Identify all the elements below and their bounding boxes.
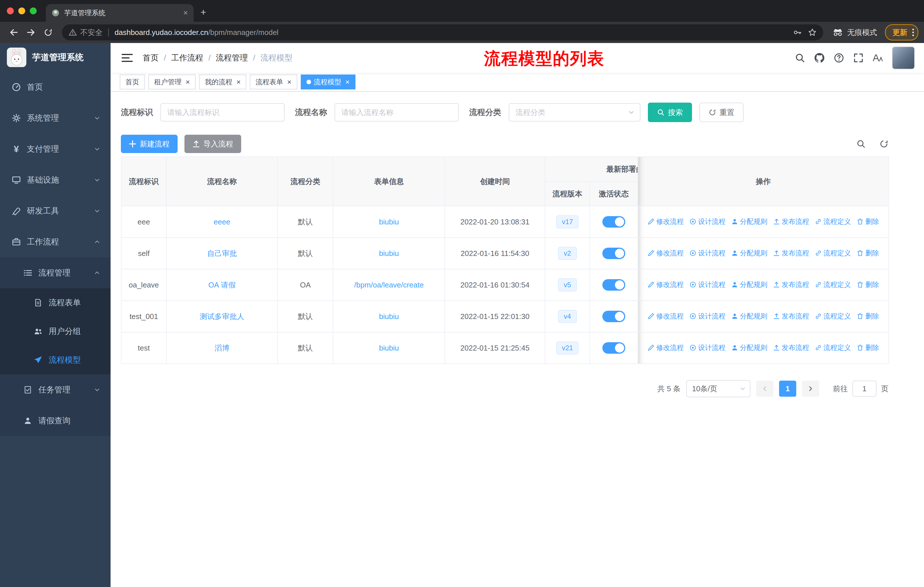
action-definition-link[interactable]: 流程定义 — [815, 280, 851, 289]
toggle-search-icon[interactable] — [856, 139, 866, 149]
action-design-link[interactable]: 设计流程 — [690, 248, 726, 258]
goto-page-input[interactable] — [852, 380, 876, 397]
action-publish-link[interactable]: 发布流程 — [773, 280, 809, 289]
fullscreen-button[interactable] — [853, 53, 864, 63]
action-assign-rule-link[interactable]: 分配规则 — [731, 312, 767, 321]
hamburger-icon[interactable] — [121, 51, 134, 64]
github-button[interactable] — [814, 53, 825, 63]
tag-tenant-management[interactable]: 租户管理× — [148, 74, 196, 89]
active-toggle[interactable] — [602, 248, 625, 259]
browser-tab[interactable]: 芋道管理系统 × — [46, 4, 194, 22]
font-size-button[interactable] — [873, 53, 883, 63]
active-toggle[interactable] — [602, 311, 625, 322]
action-design-link[interactable]: 设计流程 — [690, 343, 726, 352]
model-name-input[interactable] — [335, 103, 459, 122]
form-info-link[interactable]: biubiu — [379, 344, 399, 352]
minimize-window-button[interactable] — [18, 7, 25, 14]
update-browser-button[interactable]: 更新 — [885, 24, 918, 40]
reset-button[interactable]: 重置 — [700, 103, 744, 122]
action-definition-link[interactable]: 流程定义 — [815, 248, 851, 258]
help-button[interactable] — [833, 53, 844, 63]
page-size-select[interactable]: 10条/页 — [686, 380, 751, 397]
sidebar-item-devtools[interactable]: 研发工具 — [0, 195, 111, 227]
breadcrumb-process-management[interactable]: 流程管理 — [216, 53, 261, 63]
action-publish-link[interactable]: 发布流程 — [773, 217, 809, 226]
sidebar-item-user-group[interactable]: 用户分组 — [0, 317, 111, 346]
model-id-input[interactable] — [160, 103, 285, 122]
zoom-window-button[interactable] — [30, 7, 37, 14]
tag-close-icon[interactable]: × — [287, 78, 291, 86]
action-modify-link[interactable]: 修改流程 — [648, 343, 684, 352]
sidebar-item-process-model[interactable]: 流程模型 — [0, 346, 111, 374]
action-design-link[interactable]: 设计流程 — [690, 312, 726, 321]
action-modify-link[interactable]: 修改流程 — [648, 248, 684, 258]
action-publish-link[interactable]: 发布流程 — [773, 248, 809, 258]
active-toggle[interactable] — [602, 216, 625, 228]
sidebar-item-infrastructure[interactable]: 基础设施 — [0, 165, 111, 195]
back-button[interactable] — [6, 24, 22, 40]
active-toggle[interactable] — [602, 342, 625, 354]
action-delete-link[interactable]: 删除 — [857, 280, 879, 289]
action-modify-link[interactable]: 修改流程 — [648, 280, 684, 289]
sidebar-item-leave-query[interactable]: 请假查询 — [0, 405, 111, 436]
reload-button[interactable] — [40, 24, 56, 40]
search-button-form[interactable]: 搜索 — [648, 103, 692, 122]
action-delete-link[interactable]: 删除 — [857, 343, 879, 352]
action-delete-link[interactable]: 删除 — [857, 217, 879, 226]
action-assign-rule-link[interactable]: 分配规则 — [731, 217, 767, 226]
sidebar-item-home[interactable]: 首页 — [0, 72, 111, 103]
model-name-link[interactable]: eeee — [214, 218, 230, 226]
refresh-table-icon[interactable] — [879, 139, 888, 149]
form-info-link[interactable]: biubiu — [379, 312, 399, 321]
close-window-button[interactable] — [7, 7, 14, 14]
action-design-link[interactable]: 设计流程 — [690, 217, 726, 226]
tag-close-icon[interactable]: × — [345, 78, 350, 86]
tab-close-icon[interactable]: × — [183, 9, 188, 17]
sidebar-item-process-form[interactable]: 流程表单 — [0, 288, 111, 317]
forward-button[interactable] — [23, 24, 39, 40]
action-delete-link[interactable]: 删除 — [857, 248, 879, 258]
tag-close-icon[interactable]: × — [236, 78, 241, 86]
sidebar-item-task-management[interactable]: 任务管理 — [0, 374, 111, 405]
action-modify-link[interactable]: 修改流程 — [648, 217, 684, 226]
sidebar-item-workflow[interactable]: 工作流程 — [0, 227, 111, 257]
browser-menu-icon[interactable] — [912, 28, 914, 37]
model-name-link[interactable]: OA 请假 — [208, 281, 236, 289]
user-avatar[interactable] — [892, 46, 915, 69]
tag-process-model[interactable]: 流程模型× — [301, 74, 355, 89]
create-model-button[interactable]: 新建流程 — [121, 135, 178, 153]
action-design-link[interactable]: 设计流程 — [690, 280, 726, 289]
category-select[interactable]: 流程分类 — [509, 103, 640, 122]
action-assign-rule-link[interactable]: 分配规则 — [731, 280, 767, 289]
action-definition-link[interactable]: 流程定义 — [815, 217, 851, 226]
model-name-link[interactable]: 测试多审批人 — [200, 312, 244, 321]
action-assign-rule-link[interactable]: 分配规则 — [731, 248, 767, 258]
sidebar-item-system[interactable]: 系统管理 — [0, 103, 111, 134]
tag-close-icon[interactable]: × — [186, 78, 190, 86]
new-tab-button[interactable]: + — [201, 7, 206, 18]
form-info-link[interactable]: biubiu — [379, 218, 399, 226]
tag-process-form[interactable]: 流程表单× — [250, 74, 297, 89]
import-model-button[interactable]: 导入流程 — [185, 135, 241, 153]
form-info-link[interactable]: biubiu — [379, 249, 399, 258]
sidebar-item-process-management[interactable]: 流程管理 — [0, 257, 111, 288]
action-publish-link[interactable]: 发布流程 — [773, 312, 809, 321]
model-name-link[interactable]: 自己审批 — [207, 249, 237, 258]
security-chip[interactable]: 不安全 — [69, 28, 102, 38]
breadcrumb-workflow[interactable]: 工作流程 — [171, 53, 216, 63]
action-modify-link[interactable]: 修改流程 — [648, 312, 684, 321]
action-definition-link[interactable]: 流程定义 — [815, 312, 851, 321]
model-name-link[interactable]: 滔博 — [214, 344, 229, 352]
prev-page-button[interactable] — [756, 380, 773, 397]
form-info-link[interactable]: /bpm/oa/leave/create — [354, 281, 424, 289]
search-button[interactable] — [795, 53, 805, 63]
breadcrumb-home[interactable]: 首页 — [143, 53, 171, 63]
passwords-key-button[interactable] — [790, 25, 805, 40]
bookmark-star-button[interactable] — [805, 25, 820, 40]
active-toggle[interactable] — [602, 279, 625, 291]
sidebar-item-payment[interactable]: ¥ 支付管理 — [0, 134, 111, 165]
tag-home[interactable]: 首页 — [120, 74, 145, 89]
action-publish-link[interactable]: 发布流程 — [773, 343, 809, 352]
action-definition-link[interactable]: 流程定义 — [815, 343, 851, 352]
action-assign-rule-link[interactable]: 分配规则 — [731, 343, 767, 352]
